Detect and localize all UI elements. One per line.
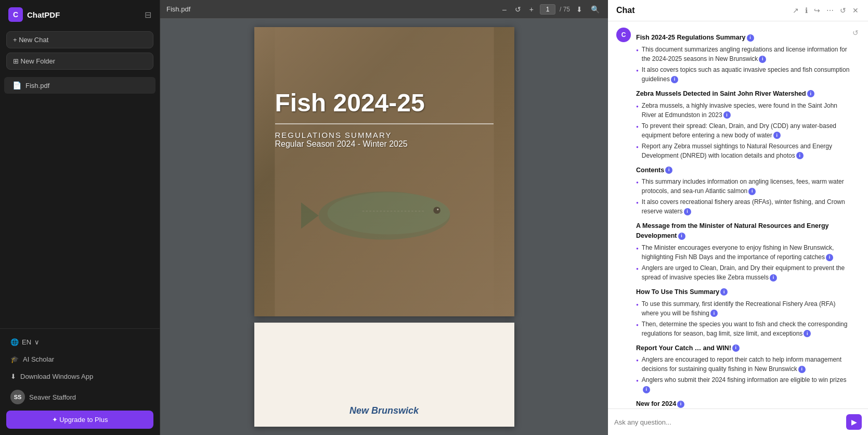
info-badge[interactable]: i [710,310,718,317]
section-heading: New for 2024i [636,399,851,408]
nb-logo-area: New Brunswick [349,405,419,416]
info-badge[interactable]: i [747,34,754,42]
info-badge[interactable]: i [723,111,731,119]
info-badge[interactable]: i [807,90,814,97]
file-icon: 📄 [12,81,21,89]
bullet-item: ●Anglers who submit their 2024 fishing i… [636,375,851,394]
chevron-down-icon: ∨ [34,338,40,346]
info-badge[interactable]: i [677,401,684,408]
cover-title: Fish 2024-25 [275,89,494,117]
chat-input[interactable] [614,418,842,426]
pdf-viewport[interactable]: Fish 2024-25 REGULATIONS SUMMARY Regular… [160,19,608,435]
sidebar: C ChatPDF ⊟ + New Chat ⊞ New Folder 📄 Fi… [0,0,160,435]
info-badge[interactable]: i [732,344,740,352]
pdf-cover-content: Fish 2024-25 REGULATIONS SUMMARY Regular… [254,27,514,316]
bullet-item: ●It also covers recreational fishery are… [636,197,851,216]
close-icon[interactable]: ✕ [851,5,860,16]
bullet-text: Zebra mussels, a highly invasive species… [642,101,851,120]
new-chat-button[interactable]: + New Chat [6,31,153,48]
info-badge[interactable]: i [665,167,672,174]
new-folder-button[interactable]: ⊞ New Folder [6,53,153,70]
section-heading: Zebra Mussels Detected in Saint John Riv… [636,89,851,99]
sidebar-toggle-icon[interactable]: ⊟ [145,10,151,20]
bullet-text: To use this summary, first identify the … [642,299,851,318]
refresh-button[interactable]: ↺ [513,4,523,15]
chat-refresh-button[interactable]: ↺ [851,28,860,38]
info-badge[interactable]: i [748,188,756,195]
globe-icon: 🌐 [10,338,19,346]
cover-season: Regular Season 2024 - Winter 2025 [275,139,494,149]
info-badge[interactable]: i [684,208,691,215]
info-badge[interactable]: i [826,254,833,261]
bullet-item: ●It also covers topics such as aquatic i… [636,65,851,84]
info-badge[interactable]: i [643,386,650,393]
user-profile[interactable]: SS Seaver Stafford [6,387,153,407]
page-number-input[interactable]: 1 [540,4,555,15]
info-badge[interactable]: i [770,274,777,282]
chat-title: Chat [616,6,635,15]
pdf-filename: Fish.pdf [166,5,190,13]
bullet-dot-icon: ● [636,322,639,328]
zoom-out-button[interactable]: – [500,4,509,15]
bullet-text: This document summarizes angling regulat… [642,45,851,63]
bullet-text: The Minister encourages everyone to enjo… [642,243,851,262]
ai-scholar-item[interactable]: 🎓 AI Scholar [6,352,153,366]
info-badge[interactable]: i [678,233,685,240]
bullet-text: Anglers are encouraged to report their c… [642,355,851,374]
chat-message-ai: C Fish 2024-25 Regulations Summaryi●This… [616,28,860,408]
info-badge[interactable]: i [796,152,804,159]
pdf-area: Fish.pdf – ↺ + 1 / 75 ⬇ 🔍 [160,0,608,435]
chat-section-contents: Contentsi●This summary includes informat… [636,165,851,216]
logo-area: C ChatPDF [8,7,60,22]
upgrade-button[interactable]: ✦ Upgrade to Plus [6,411,153,429]
chat-section-fish-2024-25: Fish 2024-25 Regulations Summaryi●This d… [636,33,851,84]
bullet-item: ●Anglers are urged to Clean, Drain, and … [636,263,851,282]
info-badge[interactable]: i [798,366,806,373]
undo-icon[interactable]: ↺ [839,5,847,16]
sidebar-item-fish-pdf[interactable]: 📄 Fish.pdf [4,77,156,94]
info-badge[interactable]: i [804,330,811,337]
section-heading: Contentsi [636,165,851,175]
info-badge[interactable]: i [720,288,728,296]
download-icon: ⬇ [10,373,16,380]
bullet-text: To prevent their spread: Clean, Drain, a… [642,121,851,140]
info-badge[interactable]: i [773,132,781,139]
bullet-item: ●Report any Zebra mussel sightings to Na… [636,142,851,160]
chat-header: Chat ↗ ℹ ↪ ⋯ ↺ ✕ [608,0,868,21]
chat-section-how-to-use: How To Use This Summaryi●To use this sum… [636,287,851,338]
ai-avatar: C [616,28,631,42]
more-icon[interactable]: ⋯ [825,5,835,16]
info-icon[interactable]: ℹ [804,5,809,16]
chat-input-area: ▶ [608,408,868,435]
zoom-in-button[interactable]: + [527,4,536,15]
download-app-item[interactable]: ⬇ Download Windows App [6,369,153,383]
bullet-item: ●To prevent their spread: Clean, Drain, … [636,121,851,140]
chat-send-button[interactable]: ▶ [846,414,862,430]
bullet-item: ●To use this summary, first identify the… [636,299,851,318]
bullet-dot-icon: ● [636,378,639,384]
download-pdf-button[interactable]: ⬇ [574,4,585,15]
bullet-text: It also covers topics such as aquatic in… [642,65,851,84]
info-badge[interactable]: i [759,56,766,63]
send-icon[interactable]: ↗ [792,5,800,16]
chat-section-new-2024: New for 2024i●The requirement to tag lan… [636,399,851,408]
search-pdf-button[interactable]: 🔍 [589,4,602,15]
bullet-text: Anglers who submit their 2024 fishing in… [642,375,851,394]
cover-subtitle: REGULATIONS SUMMARY [275,131,494,139]
bullet-dot-icon: ● [636,124,639,130]
bullet-dot-icon: ● [636,266,639,272]
bullet-text: Then, determine the species you want to … [642,319,851,338]
language-selector[interactable]: 🌐 EN ∨ [6,335,153,349]
chat-header-icons: ↗ ℹ ↪ ⋯ ↺ ✕ [792,5,860,16]
section-heading: How To Use This Summaryi [636,287,851,297]
bullet-text: It also covers recreational fishery area… [642,197,851,216]
bullet-item: ●This document summarizes angling regula… [636,45,851,63]
bullet-item: ●This summary includes information on an… [636,177,851,196]
section-heading: A Message from the Minister of Natural R… [636,221,851,241]
language-label: EN [22,338,31,346]
bullet-text: Anglers are urged to Clean, Drain, and D… [642,263,851,282]
share-icon[interactable]: ↪ [813,5,821,16]
info-badge[interactable]: i [671,76,678,83]
bullet-dot-icon: ● [636,47,639,54]
bullet-item: ●The Minister encourages everyone to enj… [636,243,851,262]
